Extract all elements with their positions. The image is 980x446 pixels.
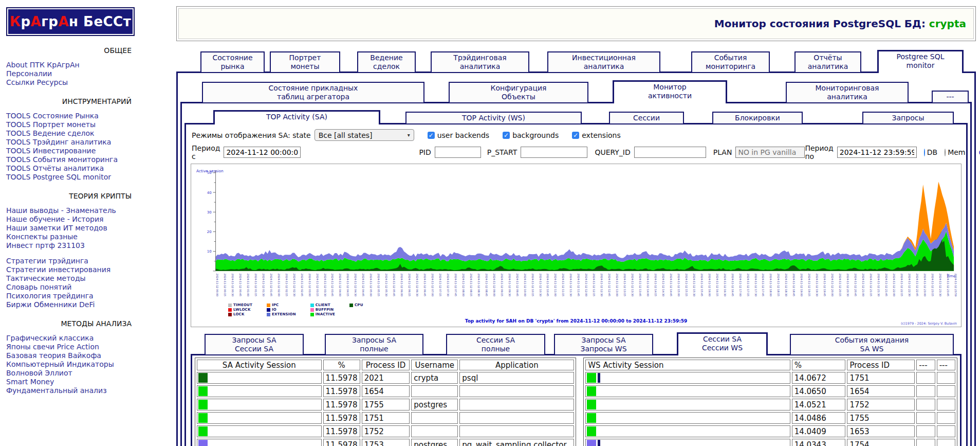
svg-text:2024-11-12 20:45: 2024-11-12 20:45 bbox=[854, 274, 857, 296]
activity-bar-cell bbox=[585, 425, 790, 437]
db-radio[interactable] bbox=[924, 149, 925, 156]
header-inner: Монитор состояния PostgreSQL БД: crypta bbox=[178, 8, 974, 39]
process-id-cell[interactable]: 2021 bbox=[362, 372, 410, 384]
queryid-input[interactable] bbox=[634, 147, 706, 158]
tab-трэйдинговая-аналитика[interactable]: Трэйдинговая аналитика bbox=[431, 51, 529, 73]
sidebar-link[interactable]: TOOLS Инвестирование bbox=[6, 147, 135, 155]
sidebar-link[interactable]: Словарь понятий bbox=[6, 283, 135, 292]
process-id-cell[interactable]: 1752 bbox=[847, 399, 915, 411]
sidebar-link[interactable]: Биржи Обменники DeFi bbox=[6, 300, 135, 309]
sidebar-link[interactable]: TOOLS Отчёты аналитика bbox=[6, 164, 135, 173]
mem-radio[interactable] bbox=[945, 149, 946, 156]
tab-postgree-sql-monitor[interactable]: Postgree SQL monitor bbox=[877, 50, 964, 73]
activity-bar-cell bbox=[585, 399, 790, 411]
tab-конфигурация-объекты[interactable]: Конфигурация Объекты bbox=[449, 82, 588, 103]
sidebar-link[interactable]: Фундаментальный анализ bbox=[6, 386, 135, 395]
svg-text:2024-11-12 01:15: 2024-11-12 01:15 bbox=[254, 274, 257, 296]
legend-swatch-icon bbox=[267, 304, 270, 307]
tab-монитор-активности[interactable]: Монитор активности bbox=[613, 80, 727, 103]
pstart-input[interactable] bbox=[521, 147, 587, 158]
process-id-cell[interactable]: 1653 bbox=[847, 425, 915, 437]
value-cell: 11.5978 bbox=[323, 439, 360, 446]
checkbox-backgrounds[interactable]: ✓backgrounds bbox=[503, 131, 559, 139]
tab-запросы-sa-сессии-sa[interactable]: Запросы SA Сессии SA bbox=[205, 334, 304, 355]
process-id-cell[interactable]: 1754 bbox=[847, 439, 915, 446]
tab-сессии-sa-сессии-ws[interactable]: Сессии SA Сессии WS bbox=[677, 332, 768, 355]
svg-text:2024-11-12 07:30: 2024-11-12 07:30 bbox=[447, 274, 450, 296]
process-id-cell[interactable]: 1755 bbox=[847, 412, 915, 424]
sidebar-link[interactable]: About ПТК КрАгрАн bbox=[6, 61, 135, 69]
process-id-cell[interactable]: 1654 bbox=[362, 385, 410, 397]
sidebar-link[interactable]: Тактические методы bbox=[6, 274, 135, 283]
process-id-cell[interactable]: 1755 bbox=[362, 399, 410, 411]
table-row: 14.04091653 bbox=[585, 425, 955, 437]
sidebar-link[interactable]: Стратегии трэйдинга bbox=[6, 257, 135, 265]
sidebar-link[interactable]: Стратегии инвестирования bbox=[6, 265, 135, 274]
tab-запросы-sa-запросы-ws[interactable]: Запросы SA Запросы WS bbox=[554, 334, 653, 355]
sidebar-link[interactable]: TOOLS Трэйдинг аналитика bbox=[6, 138, 135, 147]
value-cell bbox=[916, 425, 935, 437]
sidebar-link[interactable]: TOOLS Postgree SQL monitor bbox=[6, 173, 135, 182]
checkbox-user-backends[interactable]: ✓user backends bbox=[428, 131, 489, 139]
sidebar-link[interactable]: Базовая теория Вайкофа bbox=[6, 351, 135, 360]
period-to-input[interactable] bbox=[837, 147, 917, 158]
tab-события-мониторинга[interactable]: События мониторинга bbox=[691, 51, 770, 73]
process-id-cell[interactable]: 1751 bbox=[362, 412, 410, 424]
tab-состояние-рынка[interactable]: Состояние рынка bbox=[200, 51, 265, 73]
value-cell: 14.0486 bbox=[792, 412, 846, 424]
sidebar-link[interactable]: Компьютерный Индикаторы bbox=[6, 360, 135, 369]
sidebar-link[interactable]: Персоналии bbox=[6, 69, 135, 78]
tab-отчёты-аналитика[interactable]: Отчёты аналитика bbox=[794, 51, 861, 73]
process-id-cell[interactable]: 1654 bbox=[847, 385, 915, 397]
tab----[interactable]: --- bbox=[932, 91, 969, 103]
sidebar-link[interactable]: Инвест пртф 231103 bbox=[6, 241, 135, 250]
sidebar-link[interactable]: TOOLS Состояние Рынка bbox=[6, 112, 135, 120]
sidebar-link[interactable]: Smart Money bbox=[6, 378, 135, 386]
period-from-input[interactable] bbox=[224, 147, 301, 158]
tab-мониторинговая-аналитика[interactable]: Мониторинговая аналитика bbox=[786, 82, 909, 103]
sidebar-link[interactable]: Наши выводы - Знаменатель bbox=[6, 206, 135, 215]
activity-color-bar bbox=[587, 413, 596, 423]
tab-запросы[interactable]: Запросы bbox=[862, 112, 954, 124]
tab-top-activity-(ws)[interactable]: TOP Activity (WS) bbox=[405, 112, 582, 124]
tab-состояние-прикладных-таблиц-агрегатора[interactable]: Состояние прикладных таблиц агрегатора bbox=[202, 82, 424, 103]
process-id-cell[interactable]: 1751 bbox=[847, 372, 915, 384]
plan-input[interactable] bbox=[735, 147, 805, 158]
tab-сессии[interactable]: Сессии bbox=[609, 112, 684, 124]
sidebar-link[interactable]: TOOLS Портрет монеты bbox=[6, 120, 135, 129]
sidebar-link[interactable]: Графический классика bbox=[6, 334, 135, 343]
sidebar-link[interactable]: Конспекты разные bbox=[6, 233, 135, 241]
sidebar-link[interactable]: Волновой Эллиот bbox=[6, 369, 135, 378]
sidebar-link[interactable]: TOOLS События мониторинга bbox=[6, 155, 135, 164]
process-id-cell[interactable]: 1753 bbox=[362, 439, 410, 446]
sidebar-link[interactable]: Ссылки Ресурсы bbox=[6, 78, 135, 87]
tab-события-ожидания-sa-ws[interactable]: События ожидания SA WS bbox=[790, 334, 954, 355]
tab-инвестиционная-аналитика[interactable]: Инвестиционная аналитика bbox=[547, 51, 660, 73]
value-cell: 14.0343 bbox=[792, 439, 846, 446]
legend-swatch-icon bbox=[310, 313, 314, 316]
sidebar-link[interactable]: Психология трейдинга bbox=[6, 292, 135, 300]
sidebar-link[interactable]: TOOLS Ведение сделок bbox=[6, 129, 135, 138]
svg-text:2024-11-12 00:30: 2024-11-12 00:30 bbox=[231, 274, 234, 296]
tab-top-activity-(sa)[interactable]: TOP Activity (SA) bbox=[213, 110, 380, 124]
sa-state-select[interactable]: Все [all states] ▾ bbox=[315, 129, 414, 141]
legend-swatch-icon bbox=[310, 304, 314, 307]
tab-ведение-сделок[interactable]: Ведение сделок bbox=[357, 51, 416, 73]
checkbox-extensions[interactable]: ✓extensions bbox=[572, 131, 621, 139]
process-id-cell[interactable]: 1752 bbox=[362, 425, 410, 437]
sidebar-link[interactable]: Японы свечи Price Action bbox=[6, 343, 135, 351]
pid-input[interactable] bbox=[435, 147, 481, 158]
monitor-tab-row: Состояние прикладных таблиц агрегатораКо… bbox=[180, 80, 972, 102]
sidebar-link[interactable]: Наши заметки ИТ методов bbox=[6, 224, 135, 233]
tab-блокировки[interactable]: Блокировки bbox=[712, 112, 803, 124]
sidebar-link[interactable]: Наше обучение - История bbox=[6, 215, 135, 224]
tab-запросы-sa-полные[interactable]: Запросы SA полные bbox=[325, 334, 423, 355]
svg-text:2024-11-12 11:00: 2024-11-12 11:00 bbox=[554, 274, 557, 296]
value-cell bbox=[459, 412, 574, 424]
svg-text:2024-11-12 01:30: 2024-11-12 01:30 bbox=[262, 274, 265, 296]
legend-swatch-icon bbox=[228, 304, 232, 307]
svg-text:2024-11-12 00:45: 2024-11-12 00:45 bbox=[239, 274, 242, 296]
tab-сессии-sa-полные[interactable]: Сессии SA полные bbox=[446, 334, 545, 355]
tab-портрет-монеты[interactable]: Портрет монеты bbox=[270, 51, 340, 73]
svg-text:2024-11-12 21:45: 2024-11-12 21:45 bbox=[885, 274, 888, 296]
